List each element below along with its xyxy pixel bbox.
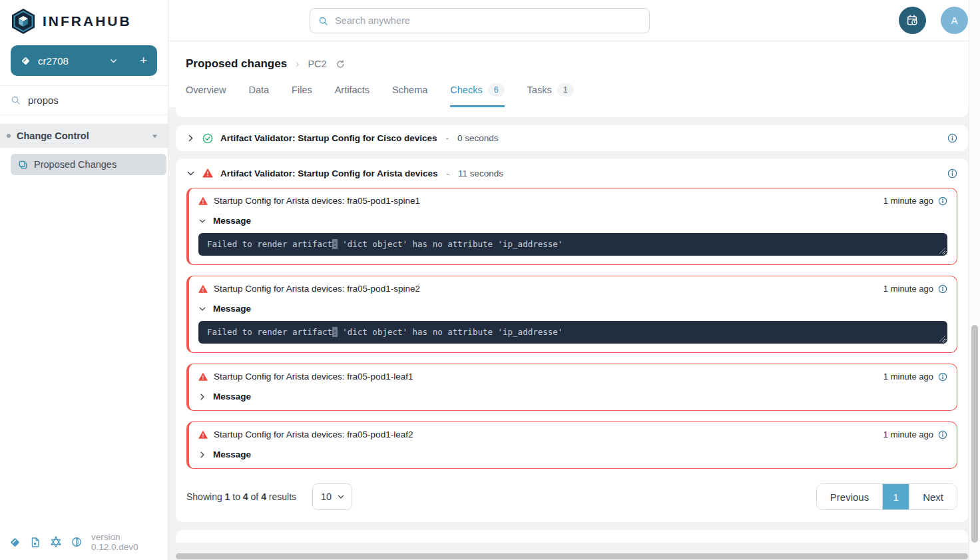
message-toggle[interactable]: Message [198,304,947,314]
chevron-down-icon[interactable] [109,57,118,65]
chevron-right-icon [198,393,206,401]
sidebar: INFRAHUB cr2708 + × Ch [0,0,168,560]
refresh-icon[interactable] [336,59,346,69]
vertical-scrollbar-thumb[interactable] [971,325,978,543]
app-window: INFRAHUB cr2708 + × Ch [0,0,980,560]
version-label: version 0.12.0.dev0 [91,532,158,552]
info-icon[interactable] [947,168,957,178]
sidebar-group-label: Change Control [17,131,89,141]
info-icon[interactable] [938,430,947,439]
schedule-button[interactable] [899,7,926,34]
message-toggle[interactable]: Message [198,449,947,459]
error-log-textarea[interactable]: Failed to render artifact: 'dict object'… [198,233,947,256]
error-icon [202,168,213,178]
breadcrumb-current: PC2 [308,59,326,69]
bullet-icon [7,134,11,138]
chevron-right-icon[interactable] [186,134,195,142]
tasks-count-badge: 1 [557,83,574,97]
check-title: Startup Config for Arista devices: fra05… [214,372,413,382]
search-icon [318,16,328,26]
check-timestamp: 1 minute ago [883,284,933,294]
breadcrumb: Proposed changes › PC2 [186,57,963,71]
branch-diamond-icon[interactable] [9,537,21,548]
avatar[interactable]: A [941,7,968,34]
chevron-down-icon[interactable] [186,169,195,178]
check-card-spine2: Startup Config for Arista devices: fra05… [186,276,957,353]
logo: INFRAHUB [0,0,168,41]
global-search-input[interactable] [335,15,641,26]
chevron-down-icon [198,217,206,225]
tab-schema[interactable]: Schema [392,83,427,107]
tab-artifacts[interactable]: Artifacts [335,83,369,107]
check-title: Startup Config for Arista devices: fra05… [214,196,420,206]
tab-files[interactable]: Files [292,83,312,107]
check-timestamp: 1 minute ago [883,196,933,206]
success-icon [202,133,213,144]
validator-title: Artifact Validator: Startup Config for C… [220,133,437,143]
sidebar-search-input[interactable] [28,95,160,106]
tab-bar: Overview Data Files Artifacts Schema Che… [186,83,963,107]
page-header: Proposed changes › PC2 Overview Data Fil… [168,41,980,107]
block-cursor: : [332,327,338,337]
infrahub-logo-icon [11,8,36,35]
validator-row-arista[interactable]: Artifact Validator: Startup Config for A… [186,158,957,188]
next-page-button[interactable]: Next [909,484,957,509]
breadcrumb-root[interactable]: Proposed changes [186,57,287,71]
info-icon[interactable] [938,372,947,382]
info-icon[interactable] [947,133,957,143]
proposed-changes-icon [18,160,28,170]
tab-tasks[interactable]: Tasks 1 [527,83,574,107]
check-card-spine1: Startup Config for Arista devices: fra05… [186,188,957,265]
sidebar-group-change-control[interactable]: Change Control [0,124,168,148]
page-number-button[interactable]: 1 [882,484,909,509]
message-toggle[interactable]: Message [198,392,947,402]
pager: Previous 1 Next [816,483,957,510]
previous-page-button[interactable]: Previous [817,484,882,509]
branch-name: cr2708 [38,55,69,67]
check-card-leaf1: Startup Config for Arista devices: fra05… [186,364,957,411]
graphql-icon[interactable] [50,536,62,548]
api-icon[interactable] [71,537,82,547]
results-summary: Showing 1 to 4 of 4 results [186,491,296,502]
breadcrumb-separator: › [296,58,299,70]
branch-icon [21,56,31,66]
check-title: Startup Config for Arista devices: fra05… [214,284,420,294]
page-size-select[interactable]: 10 [312,483,352,510]
checks-count-badge: 6 [488,83,505,97]
validator-duration: 0 seconds [457,133,499,143]
sidebar-item-proposed-changes[interactable]: Proposed Changes [11,154,166,175]
tab-checks[interactable]: Checks 6 [450,83,504,107]
checks-panel: Artifact Validator: Startup Config for C… [168,107,980,560]
scrolled-row-partial [176,107,968,117]
chevron-down-icon [337,493,345,501]
tab-overview[interactable]: Overview [186,83,226,107]
info-icon[interactable] [938,284,947,294]
check-timestamp: 1 minute ago [883,429,933,439]
error-icon [198,430,208,439]
search-icon [11,95,21,105]
docs-icon[interactable] [30,537,41,548]
info-icon[interactable] [938,196,947,206]
branch-selector-button[interactable]: cr2708 + [11,45,157,76]
message-toggle[interactable]: Message [198,216,947,226]
chevron-down-icon [198,305,206,313]
error-icon [198,284,208,294]
global-search [310,8,650,33]
caret-down-icon [151,133,158,140]
check-title: Startup Config for Arista devices: fra05… [214,429,413,439]
sidebar-item-label: Proposed Changes [34,159,117,170]
validator-section-arista: Artifact Validator: Startup Config for A… [176,158,968,522]
block-cursor: : [332,239,338,249]
validator-title: Artifact Validator: Startup Config for A… [220,168,438,178]
calendar-clock-icon [906,14,919,27]
tab-data[interactable]: Data [248,83,269,107]
error-log-textarea[interactable]: Failed to render artifact: 'dict object'… [198,321,947,344]
sidebar-search: × [0,85,168,115]
sidebar-footer: version 0.12.0.dev0 [0,525,168,560]
top-bar: A [168,0,980,41]
horizontal-scrollbar-thumb[interactable] [176,553,968,559]
pagination: Showing 1 to 4 of 4 results 10 Previous … [186,479,957,515]
add-branch-button[interactable]: + [129,53,147,68]
main-area: A Proposed changes › PC2 Overview Data F… [168,0,980,560]
validator-row-cisco[interactable]: Artifact Validator: Startup Config for C… [176,125,968,151]
